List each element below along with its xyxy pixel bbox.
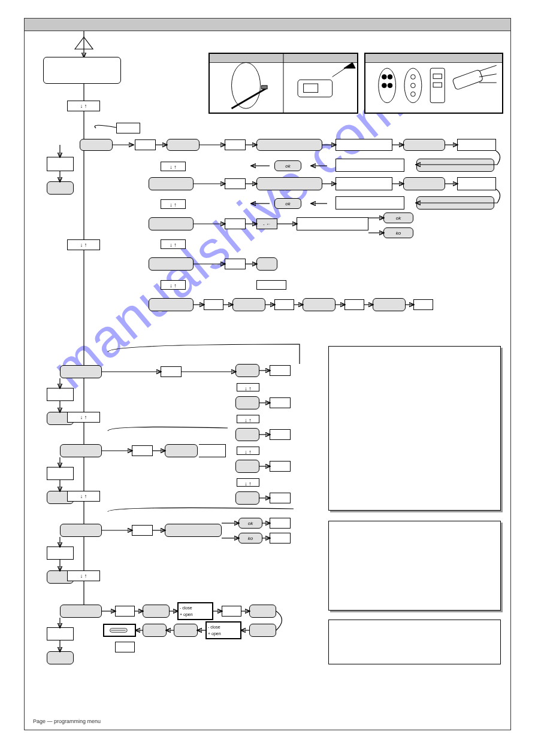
node xyxy=(335,159,404,172)
node xyxy=(270,461,291,472)
node xyxy=(270,493,291,503)
svg-rect-5 xyxy=(304,84,318,92)
nav-box: ↓ ↑ xyxy=(161,199,186,209)
node xyxy=(135,139,156,150)
node xyxy=(413,299,433,310)
illustration-panel-right xyxy=(364,53,503,114)
svg-point-1 xyxy=(232,62,261,108)
node xyxy=(132,445,153,456)
node xyxy=(373,298,406,311)
node xyxy=(174,624,198,637)
node xyxy=(47,467,74,480)
node xyxy=(225,259,246,269)
opt xyxy=(235,460,259,473)
node xyxy=(225,139,246,150)
node xyxy=(270,429,291,440)
node xyxy=(161,366,182,377)
info-panel-medium xyxy=(328,521,501,611)
node xyxy=(270,533,291,544)
menu-item xyxy=(60,444,102,457)
node xyxy=(132,525,153,536)
nav-box: ↓ ↑ xyxy=(161,280,186,290)
nav-box: ↓ ↑ xyxy=(161,162,186,171)
close-open-box: - close+ open xyxy=(205,621,241,639)
node xyxy=(335,139,392,151)
ko-pill: ko xyxy=(383,227,413,238)
svg-point-7 xyxy=(379,68,396,103)
close-open-box: - close+ open xyxy=(177,602,213,620)
pencil-box xyxy=(103,624,136,637)
svg-line-20 xyxy=(479,65,497,71)
node xyxy=(457,177,496,190)
node xyxy=(416,196,494,210)
menu-item xyxy=(60,605,102,618)
ok-pill: ok xyxy=(238,518,262,529)
svg-point-11 xyxy=(388,83,392,88)
dash-sym: - ← xyxy=(256,218,277,229)
node xyxy=(225,218,246,229)
header-bar xyxy=(24,18,511,31)
opt xyxy=(235,396,259,409)
svg-point-8 xyxy=(382,75,387,80)
nav-box: ↓ ↑ xyxy=(237,383,259,391)
svg-rect-18 xyxy=(433,83,442,87)
ko-pill: ko xyxy=(238,533,262,544)
nav-box: ↓ ↑ xyxy=(237,478,259,487)
node xyxy=(47,181,74,195)
node xyxy=(165,444,198,457)
node xyxy=(249,605,276,618)
svg-rect-17 xyxy=(433,74,442,79)
ok-pill: ok xyxy=(274,198,301,209)
info-panel-large xyxy=(328,346,501,511)
node xyxy=(256,280,286,290)
nav-box: ↓ ↑ xyxy=(67,412,100,423)
svg-point-14 xyxy=(411,83,416,88)
illustration-panel-left xyxy=(208,53,358,114)
node xyxy=(115,642,135,652)
node xyxy=(249,624,276,637)
menu-item xyxy=(256,177,322,190)
svg-line-2 xyxy=(232,89,267,109)
node xyxy=(47,388,74,401)
node xyxy=(270,365,291,376)
nav-box: ↓ ↑ xyxy=(237,415,259,423)
menu-item xyxy=(149,217,194,230)
svg-point-10 xyxy=(382,83,387,88)
node xyxy=(116,123,140,133)
svg-point-15 xyxy=(411,92,416,96)
opt xyxy=(235,364,259,377)
node xyxy=(204,299,223,310)
nav-box: ↓ ↑ xyxy=(161,239,186,249)
node xyxy=(457,139,496,151)
node xyxy=(232,298,265,311)
ok-pill: ok xyxy=(383,212,413,223)
menu-item xyxy=(149,177,194,190)
node xyxy=(297,217,368,230)
node xyxy=(47,546,74,560)
nav-box: ↓ ↑ xyxy=(67,239,100,250)
node xyxy=(47,157,74,171)
svg-rect-3 xyxy=(261,86,267,89)
nav-box: ↓ ↑ xyxy=(67,570,100,581)
node xyxy=(199,444,226,457)
menu-item xyxy=(403,139,445,151)
nav-box: ↓ ↑ xyxy=(67,101,100,111)
node xyxy=(165,524,222,537)
menu-item xyxy=(149,257,194,271)
node xyxy=(270,397,291,408)
footer-page: Page — programming menu xyxy=(33,718,101,724)
node xyxy=(222,606,241,617)
node xyxy=(335,177,392,190)
ok-pill: ok xyxy=(274,160,301,171)
svg-rect-19 xyxy=(452,69,483,90)
svg-rect-16 xyxy=(430,68,445,103)
node xyxy=(256,257,277,271)
node xyxy=(274,299,294,310)
menu-item xyxy=(60,524,102,537)
node xyxy=(115,606,135,617)
svg-point-13 xyxy=(411,75,416,80)
node xyxy=(344,299,364,310)
svg-line-21 xyxy=(479,74,497,77)
opt xyxy=(235,428,259,441)
svg-rect-4 xyxy=(298,80,333,97)
